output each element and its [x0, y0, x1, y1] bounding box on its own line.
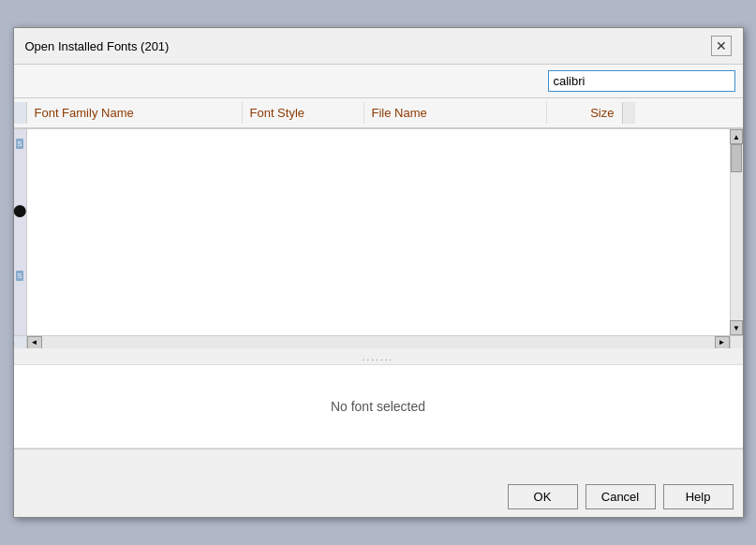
h-scroll-track[interactable]	[42, 336, 715, 348]
dialog-window: Open Installed Fonts (201) ✕ Font Family…	[13, 27, 744, 518]
cancel-button[interactable]: Cancel	[586, 484, 656, 509]
scroll-thumb[interactable]	[731, 144, 742, 172]
arrow-down-icon: ▼	[733, 324, 740, 332]
strip-tag-1: S	[16, 139, 22, 149]
preview-area: No font selected	[14, 364, 743, 449]
search-input[interactable]	[548, 70, 735, 92]
help-button[interactable]: Help	[663, 484, 734, 509]
table-content[interactable]	[27, 129, 730, 335]
dialog-title: Open Installed Fonts (201)	[25, 39, 170, 53]
scroll-right-arrow[interactable]: ►	[715, 336, 730, 349]
arrow-right-icon: ►	[719, 338, 726, 346]
arrow-left-icon: ◄	[31, 338, 38, 346]
divider-dots: .......	[14, 348, 743, 364]
col-header-family[interactable]: Font Family Name	[27, 102, 243, 124]
search-bar	[14, 65, 743, 98]
scrollbar-vertical[interactable]: ▲ ▼	[730, 129, 743, 335]
bottom-area	[14, 449, 743, 477]
left-icon-strip: S ● S ● S	[14, 129, 27, 335]
scroll-left-arrow[interactable]: ◄	[27, 336, 42, 349]
scroll-down-arrow[interactable]: ▼	[730, 320, 743, 335]
strip-tag-2: S	[16, 271, 22, 281]
arrow-up-icon: ▲	[733, 133, 740, 141]
col-header-style[interactable]: Font Style	[243, 102, 364, 124]
col-header-file[interactable]: File Name	[364, 102, 547, 124]
scrollbar-horizontal[interactable]: ◄ ►	[14, 335, 743, 348]
button-row: OK Cancel Help	[14, 477, 743, 517]
close-button[interactable]: ✕	[711, 36, 732, 56]
strip-char-1: ●	[11, 196, 28, 224]
scroll-track[interactable]	[731, 144, 743, 320]
title-bar: Open Installed Fonts (201) ✕	[14, 28, 743, 65]
table-area: S ● S ● S ▲ ▼	[14, 129, 743, 335]
no-font-label: No font selected	[331, 399, 425, 414]
ok-button[interactable]: OK	[508, 484, 578, 509]
scroll-up-arrow[interactable]: ▲	[730, 129, 743, 144]
col-header-size[interactable]: Size	[547, 102, 622, 124]
table-header: Font Family Name Font Style File Name Si…	[14, 98, 743, 129]
